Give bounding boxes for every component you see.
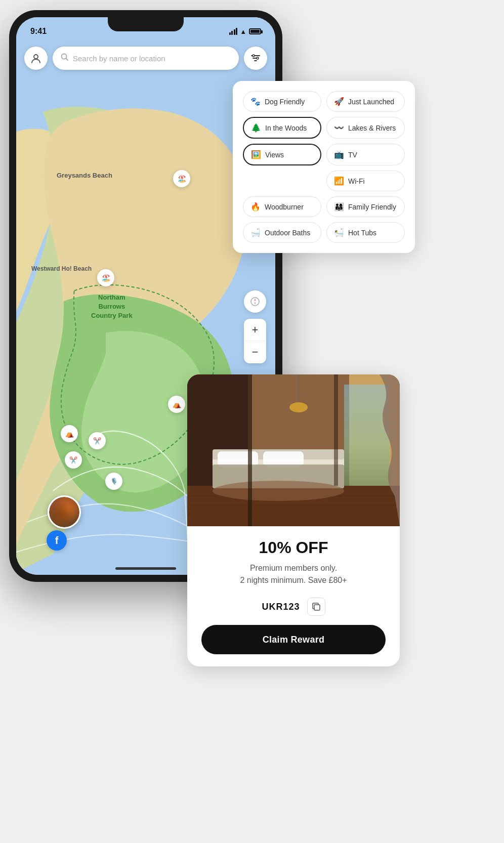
zoom-out-button[interactable]: − <box>244 341 266 363</box>
filter-grid: 🐾 Dog Friendly 🚀 Just Launched 🌲 In the … <box>243 91 405 243</box>
filter-chip-label-in-the-woods: In the Woods <box>265 124 307 132</box>
svg-point-8 <box>257 57 259 59</box>
just-launched-icon: 🚀 <box>334 97 344 106</box>
filter-chip-tv[interactable]: 📺 TV <box>326 144 405 165</box>
compass-button[interactable] <box>244 290 266 313</box>
reward-body: 10% OFF Premium members only. 2 nights m… <box>187 526 400 666</box>
copy-icon <box>312 602 321 611</box>
filter-chip-woodburner[interactable]: 🔥 Woodburner <box>243 196 321 217</box>
status-time: 9:41 <box>30 27 47 36</box>
svg-point-24 <box>289 402 308 412</box>
lakes-rivers-icon: 〰️ <box>334 123 344 133</box>
svg-point-22 <box>213 481 344 501</box>
filter-chip-hot-tubs[interactable]: 🛀 Hot Tubs <box>326 222 405 243</box>
compass-icon <box>250 297 260 307</box>
filter-chip-label-just-launched: Just Launched <box>348 98 394 106</box>
search-placeholder: Search by name or location <box>73 54 165 63</box>
filter-chip-label-views: Views <box>265 151 284 159</box>
zoom-in-button[interactable]: + <box>244 319 266 341</box>
avatar-button[interactable] <box>24 47 48 70</box>
svg-rect-28 <box>334 374 338 486</box>
map-marker-music[interactable]: 🎙️ <box>105 473 122 490</box>
hot-tubs-icon: 🛀 <box>334 228 344 237</box>
copy-code-button[interactable] <box>307 598 325 616</box>
dog-friendly-icon: 🐾 <box>250 97 261 106</box>
woodburner-icon: 🔥 <box>250 202 261 212</box>
zoom-btn-group: + − <box>244 319 266 363</box>
claim-reward-button[interactable]: Claim Reward <box>201 625 386 654</box>
room-simulation <box>187 374 400 526</box>
map-marker-food2[interactable]: ✂️ <box>65 451 82 469</box>
reward-image <box>187 374 400 526</box>
search-area: Search by name or location <box>16 43 275 74</box>
signal-icon <box>229 28 238 35</box>
status-bar: 9:41 ▲ <box>16 17 275 41</box>
filter-chip-just-launched[interactable]: 🚀 Just Launched <box>326 91 405 112</box>
filter-chip-label-tv: TV <box>348 151 357 159</box>
filter-chip-views[interactable]: 🖼️ Views <box>243 144 321 165</box>
tv-icon: 📺 <box>334 150 344 159</box>
filter-chip-label-dog-friendly: Dog Friendly <box>265 98 305 106</box>
svg-rect-27 <box>248 374 252 526</box>
map-marker-glamping1[interactable]: ⛺ <box>168 396 185 413</box>
cabin-thumbnail <box>49 497 79 527</box>
reward-card: 10% OFF Premium members only. 2 nights m… <box>187 374 400 666</box>
battery-icon <box>249 28 261 34</box>
filter-chip-in-the-woods[interactable]: 🌲 In the Woods <box>243 117 321 139</box>
status-icons: ▲ <box>229 28 261 35</box>
filter-chip-lakes-rivers[interactable]: 〰️ Lakes & Rivers <box>326 117 405 139</box>
svg-point-1 <box>34 55 38 59</box>
filter-chip-label-wifi: Wi-Fi <box>348 177 365 185</box>
filter-chip-family-friendly[interactable]: 👨‍👩‍👧 Family Friendly <box>326 196 405 217</box>
featured-marker[interactable] <box>48 495 81 529</box>
in-the-woods-icon: 🌲 <box>251 123 261 133</box>
reward-code-row: UKR123 <box>201 598 386 616</box>
wifi-filter-icon: 📶 <box>334 176 344 186</box>
outdoor-baths-icon: 🛁 <box>250 228 261 237</box>
filter-chip-dog-friendly[interactable]: 🐾 Dog Friendly <box>243 91 321 112</box>
zoom-controls: + − <box>244 290 266 363</box>
filter-chip-label-outdoor-baths: Outdoor Baths <box>265 229 310 237</box>
svg-line-3 <box>66 59 68 61</box>
filter-icon <box>250 53 261 63</box>
svg-rect-20 <box>263 451 304 467</box>
room-svg <box>187 374 400 526</box>
map-marker-food1[interactable]: ✂️ <box>89 432 106 449</box>
reward-description: Premium members only. 2 nights minimum. … <box>201 562 386 586</box>
reward-code: UKR123 <box>262 602 300 612</box>
svg-rect-26 <box>344 385 390 486</box>
svg-point-7 <box>253 55 255 57</box>
wifi-icon: ▲ <box>240 28 246 35</box>
filter-button[interactable] <box>244 47 267 70</box>
map-marker-beach2[interactable]: 🏖️ <box>97 269 114 286</box>
filter-dropdown: 🐾 Dog Friendly 🚀 Just Launched 🌲 In the … <box>233 81 415 253</box>
views-icon: 🖼️ <box>251 150 261 159</box>
search-input-wrap[interactable]: Search by name or location <box>53 47 239 70</box>
filter-chip-label-woodburner: Woodburner <box>265 203 304 211</box>
map-marker-glamping2[interactable]: ⛺ <box>61 425 78 442</box>
filter-chip-outdoor-baths[interactable]: 🛁 Outdoor Baths <box>243 222 321 243</box>
filter-chip-label-family-friendly: Family Friendly <box>348 203 396 211</box>
svg-rect-29 <box>314 605 320 610</box>
filter-chip-label-hot-tubs: Hot Tubs <box>348 229 376 237</box>
family-friendly-icon: 👨‍👩‍👧 <box>334 202 344 212</box>
filter-chip-wifi[interactable]: 📶 Wi-Fi <box>326 171 405 191</box>
search-icon <box>61 53 69 63</box>
facebook-marker[interactable]: f <box>47 530 67 551</box>
map-marker-beach1[interactable]: 🏖️ <box>173 170 190 187</box>
home-bar <box>115 567 176 570</box>
filter-chip-label-lakes-rivers: Lakes & Rivers <box>348 124 396 132</box>
reward-discount: 10% OFF <box>201 538 386 557</box>
user-icon <box>30 53 41 64</box>
